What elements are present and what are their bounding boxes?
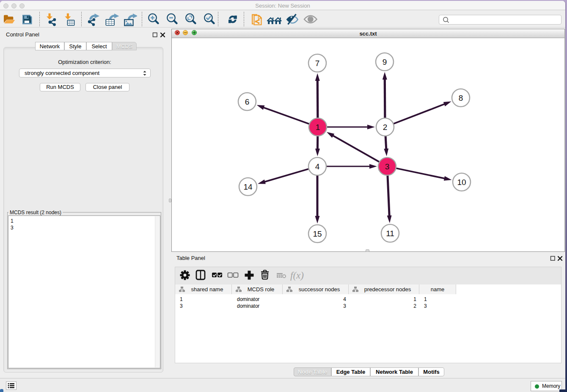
svg-text:10: 10 xyxy=(457,178,466,187)
svg-text:7: 7 xyxy=(315,59,320,68)
svg-text:9: 9 xyxy=(383,58,387,66)
svg-text:8: 8 xyxy=(459,94,463,102)
svg-text:3: 3 xyxy=(385,162,390,171)
svg-text:4: 4 xyxy=(315,162,320,171)
svg-text:11: 11 xyxy=(386,229,394,238)
svg-text:1: 1 xyxy=(316,123,320,132)
svg-text:6: 6 xyxy=(245,97,250,106)
svg-text:15: 15 xyxy=(313,229,322,238)
svg-text:14: 14 xyxy=(243,182,253,191)
svg-text:f(x): f(x) xyxy=(290,270,304,281)
svg-text:2: 2 xyxy=(383,123,388,132)
